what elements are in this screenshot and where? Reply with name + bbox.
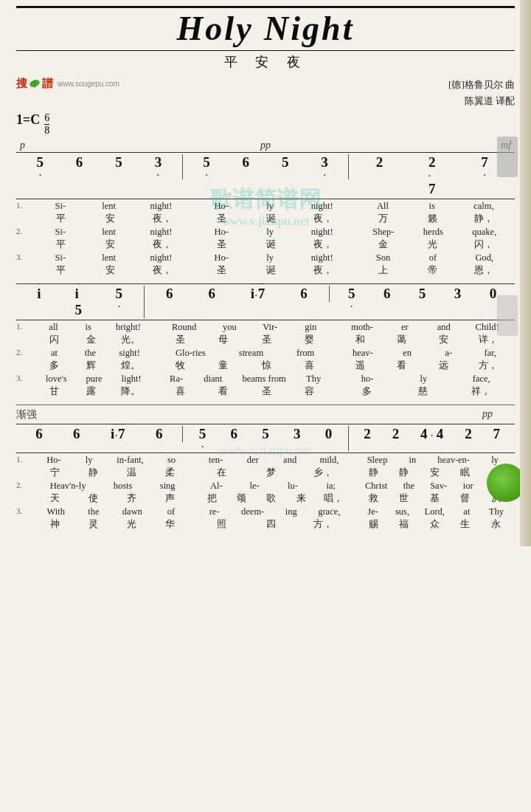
note: i · 7 [111, 426, 125, 442]
song-subtitle: 平 安 夜 [16, 53, 515, 71]
s2-lyric-2-cn: 多 辉 煌。 牧 童 惊 喜 遥 看 远 方， [16, 359, 515, 373]
note: 7 · [481, 154, 488, 179]
note: 2 [392, 426, 400, 442]
title-bottom-line [16, 50, 515, 52]
note: 6 [243, 154, 250, 171]
notes-row-1: 5 · 6 5 3 · 5 · 6 5 3 · [16, 152, 515, 199]
title-top-line [16, 6, 515, 8]
bar-1-3: 2 2 · 7 7 · [349, 154, 515, 197]
bar-3-2: 5 · 6 5 3 0 [183, 426, 350, 451]
note: 5 [419, 286, 426, 302]
lyrics-block-1: 1. Si- lent night! Ho- ly night! All is … [16, 200, 515, 278]
bar-2-2: 6 6 i · 7 6 [145, 286, 330, 302]
bar-3-1: 6 6 i · 7 6 [16, 426, 183, 442]
song-title: Holy Night [16, 10, 515, 49]
lyrics-block-3: 1. Ho- ly in-fant, so ten- der and mild,… [16, 454, 515, 531]
dynamics-row-1: p pp mf [16, 140, 515, 151]
key-signature: 1=C [16, 112, 40, 128]
notes-row-2: · i · i 5 5 · 6 6 i [16, 283, 515, 320]
s3-lyric-1-en: 1. Ho- ly in-fant, so ten- der and mild,… [16, 454, 515, 467]
note: 5 [115, 154, 122, 171]
title-area: Holy Night 平 安 夜 [16, 6, 515, 71]
time-signature: 6 8 [44, 113, 49, 137]
jian-qiang-label: 渐强 [16, 408, 37, 422]
bar-3-3: 2 2 4 · 4 2 7 [349, 426, 515, 442]
bar-2-1: · i · i 5 5 · [16, 286, 145, 318]
lyric-row-2-cn: 平 安 夜， 圣 诞 夜， 金 光 闪， [16, 238, 515, 252]
bar-2-3: 5 · 6 5 3 0 [330, 286, 515, 311]
info-row: 搜 譜 www.sougepu.com [德]格鲁贝尔 曲 陈翼道 译配 [16, 77, 515, 109]
note: · i 5 [74, 286, 82, 318]
key-sig-row: 1=C 6 8 [16, 112, 515, 137]
lyric-row-3-cn: 平 安 夜， 圣 诞 夜， 上 帝 恩， [16, 264, 515, 278]
s3-lyric-2-cn: 天 使 齐 声 把 颂 歌 来 唱， 救 世 基 督 从 [16, 492, 515, 506]
note: 6 [300, 286, 308, 302]
bar-1-1: 5 · 6 5 3 · [16, 154, 183, 179]
note: i · 7 [251, 286, 266, 302]
note: 0 [490, 286, 497, 302]
logo-box: 搜 譜 www.sougepu.com [16, 77, 119, 91]
note: 6 [166, 286, 173, 302]
side-decoration2 [497, 295, 518, 336]
note: 0 [325, 426, 333, 442]
note: 2 · 7 [428, 154, 436, 197]
note: 5 · [203, 154, 210, 179]
section3-dynamics: 渐强 pp [16, 408, 515, 423]
s2-lyric-1-en: 1. all is bright! Round you Vir- gin mot… [16, 321, 515, 334]
note: 6 [73, 426, 80, 442]
note: 6 [384, 286, 391, 302]
page: 歌谱简谱网 www.v.jianpu.net www.v.jianpu.net … [0, 0, 531, 546]
note: 5 [282, 154, 289, 171]
note: 3 · [321, 154, 328, 179]
note: · i [37, 286, 41, 302]
note: 6 [35, 426, 43, 442]
note: 5 · [199, 426, 206, 451]
logo-leaf-icon [28, 78, 41, 89]
right-edge [520, 0, 531, 546]
dynamic-pp: pp [181, 140, 347, 151]
logo-text: 搜 [16, 77, 27, 91]
s3-lyric-3-cn: 神 灵 光 华 照 四 方， 赐 福 众 生 永 [16, 518, 515, 531]
pp-right: pp [482, 408, 515, 423]
lyric-row-2-en: 2. Si- lent night! Ho- ly night! Shep- h… [16, 226, 515, 239]
note: 5 · [36, 154, 44, 179]
note: 7 [493, 426, 501, 442]
note: 6 [156, 426, 163, 442]
s2-lyric-2-en: 2. at the sight! Glo-ries stream from he… [16, 347, 515, 360]
logo-url: www.sougepu.com [58, 80, 119, 88]
lyric-row-1-en: 1. Si- lent night! Ho- ly night! All is … [16, 200, 515, 213]
note: 2 [376, 154, 384, 171]
s3-lyric-2-en: 2. Heav'n-ly hosts sing Al- le- lu- ia; … [16, 480, 515, 493]
note: 3 [454, 286, 462, 302]
s2-lyric-3-cn: 甘 露 降。 喜 看 圣 容 多 慈 祥， [16, 385, 515, 399]
section-separator [16, 405, 515, 405]
lyrics-block-2: 1. all is bright! Round you Vir- gin mot… [16, 321, 515, 399]
note: 6 [76, 154, 83, 171]
notes-row-3: 6 6 i · 7 6 5 · 6 5 3 0 [16, 424, 515, 453]
composer-info: [德]格鲁贝尔 曲 陈翼道 译配 [448, 77, 515, 109]
section-1: p pp mf 5 · 6 5 3 · 5 [16, 140, 515, 278]
lyric-row-3-en: 3. Si- lent night! Ho- ly night! Son of … [16, 252, 515, 265]
note: 5 [262, 426, 269, 442]
note: 5 · [348, 286, 355, 311]
s3-lyric-1-cn: 宁 静 温 柔 在 梦 乡， 静 静 安 眠 在 [16, 467, 515, 480]
section-2: · i · i 5 5 · 6 6 i [16, 283, 515, 399]
note: 6 [231, 426, 238, 442]
s3-lyric-3-en: 3. With the dawn of re- deem- ing grace,… [16, 506, 515, 519]
s2-lyric-1-cn: 闪 金 光。 圣 母 圣 婴 和 蔼 安 详， [16, 334, 515, 347]
s2-lyric-3-en: 3. love's pure light! Ra- diant beams fr… [16, 373, 515, 386]
bar-1-2: 5 · 6 5 3 · [183, 154, 350, 179]
note: 2 [465, 426, 472, 442]
logo-score-text: 譜 [42, 77, 53, 91]
section-3: 渐强 pp 6 6 i · 7 6 5 · [16, 408, 515, 531]
note: 3 · [155, 154, 162, 179]
note: 2 [364, 426, 371, 442]
lyric-row-1-cn: 平 安 夜， 圣 诞 夜， 万 籁 静， [16, 213, 515, 226]
note: 3 [294, 426, 301, 442]
note: 4 · 4 [420, 426, 443, 442]
note: 6 [208, 286, 215, 302]
note: 5 · [116, 286, 123, 311]
dynamic-p: p [16, 140, 181, 151]
dynamic-mf: mf [346, 140, 515, 151]
side-decoration [497, 137, 518, 177]
